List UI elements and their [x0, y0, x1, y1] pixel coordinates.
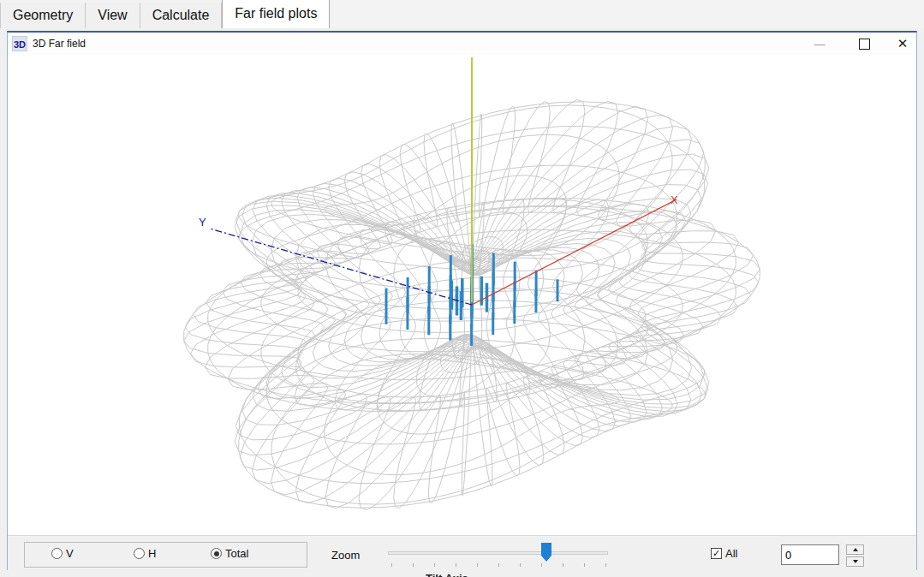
spinner-down-button[interactable]	[846, 556, 864, 567]
zoom-slider-thumb[interactable]	[541, 543, 551, 562]
far-field-window: 3D 3D Far field — ✕ XY V	[7, 31, 917, 570]
clipped-bottom-text: Tilt Axis	[426, 572, 528, 577]
slider-tick	[498, 563, 499, 567]
window-title: 3D Far field	[33, 38, 86, 50]
tab-geometry[interactable]: Geometry	[0, 3, 86, 28]
close-icon: ✕	[897, 36, 909, 51]
zoom-slider-track[interactable]	[388, 551, 608, 555]
tab-strip: Geometry View Calculate Far field plots	[0, 0, 924, 28]
radio-v[interactable]: V	[51, 547, 74, 560]
slider-tick	[563, 563, 563, 567]
y-axis-label: Y	[199, 216, 206, 229]
spinner-down-icon	[853, 560, 858, 563]
window-title-bar[interactable]: 3D 3D Far field — ✕	[8, 33, 916, 55]
far-field-wireframe: XY	[8, 55, 916, 535]
minimize-button[interactable]: —	[805, 34, 834, 53]
slider-tick	[434, 563, 435, 567]
slider-tick	[391, 563, 392, 567]
control-bar: V H Total Zoom ✓ All	[8, 535, 916, 570]
radio-total-circle[interactable]	[211, 548, 222, 559]
slider-tick	[584, 563, 585, 567]
radio-h[interactable]: H	[134, 547, 156, 560]
tab-view[interactable]: View	[86, 3, 140, 28]
tab-far-field-plots[interactable]: Far field plots	[222, 0, 330, 28]
application-root: Geometry View Calculate Far field plots …	[0, 0, 924, 577]
slider-tick	[541, 563, 542, 567]
polarization-group: V H Total	[24, 542, 307, 568]
spinner-up-button[interactable]	[846, 544, 864, 555]
x-axis-label: X	[671, 193, 678, 206]
value-input[interactable]	[781, 544, 839, 565]
all-checkbox-wrap[interactable]: ✓ All	[711, 547, 737, 560]
slider-tick	[605, 563, 606, 567]
maximize-button[interactable]	[849, 34, 879, 53]
close-button[interactable]: ✕	[888, 34, 917, 53]
slider-tick	[413, 563, 414, 567]
zoom-slider-ticks	[388, 563, 608, 568]
radio-h-label: H	[148, 547, 156, 560]
maximize-icon	[859, 39, 870, 50]
slider-tick	[520, 563, 521, 567]
radio-v-circle[interactable]	[51, 548, 63, 559]
all-checkbox[interactable]: ✓	[711, 548, 722, 559]
zoom-label: Zoom	[331, 549, 360, 562]
minimize-icon: —	[814, 38, 826, 51]
radio-total[interactable]: Total	[211, 547, 248, 560]
all-checkbox-label: All	[725, 547, 737, 560]
slider-tick	[477, 563, 478, 567]
radio-v-label: V	[66, 547, 74, 560]
spinner-up-icon	[853, 548, 858, 551]
tab-calculate[interactable]: Calculate	[140, 3, 223, 28]
radio-total-label: Total	[225, 547, 248, 560]
slider-tick	[456, 563, 456, 567]
plot-3d-viewport[interactable]: XY	[8, 55, 916, 535]
window-3d-icon: 3D	[12, 36, 27, 51]
radio-h-circle[interactable]	[134, 548, 145, 559]
